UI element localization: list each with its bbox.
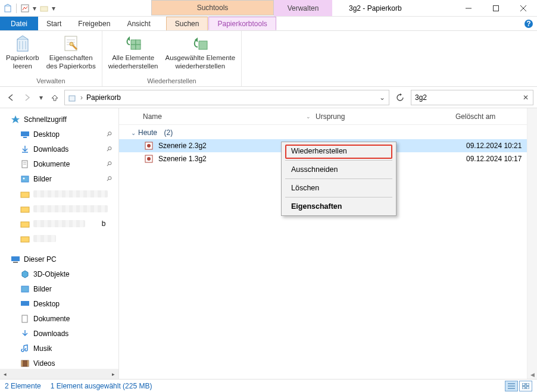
history-dropdown[interactable]: ▾ bbox=[37, 90, 45, 105]
new-folder-icon[interactable] bbox=[39, 3, 49, 14]
desktop-icon bbox=[20, 130, 30, 139]
nav-hidden-4[interactable] bbox=[0, 231, 118, 246]
ribbon-group-label-manage: Verwalten bbox=[0, 76, 102, 86]
view-thumbnails-button[interactable] bbox=[519, 381, 532, 391]
pin-icon: ⚲ bbox=[105, 130, 114, 139]
context-tab-search[interactable]: Suchtools bbox=[151, 0, 274, 15]
window-title: 3g2 - Papierkorb bbox=[332, 0, 455, 16]
3d-objects-icon bbox=[20, 269, 30, 279]
ribbon-group-label-restore: Wiederherstellen bbox=[102, 76, 241, 86]
restore-selected-button[interactable]: Ausgewählte Elementewiederherstellen bbox=[161, 33, 239, 72]
nav-3d-objects[interactable]: 3D-Objekte bbox=[0, 266, 118, 281]
tab-search[interactable]: Suchen bbox=[166, 17, 208, 30]
column-headers: Name⌄ Ursprung Gelöscht am bbox=[119, 108, 527, 125]
svg-rect-51 bbox=[522, 387, 525, 389]
svg-rect-30 bbox=[21, 207, 29, 212]
tab-view[interactable]: Ansicht bbox=[118, 17, 158, 30]
svg-rect-34 bbox=[13, 262, 18, 263]
svg-rect-33 bbox=[11, 256, 20, 261]
address-bar[interactable]: › Papierkorb ⌄ bbox=[64, 90, 389, 105]
nav-pictures-2[interactable]: Bilder bbox=[0, 281, 118, 296]
forward-button[interactable] bbox=[20, 90, 35, 105]
nav-hidden-1[interactable] bbox=[0, 186, 118, 201]
content-scrollbar[interactable]: ◀ bbox=[527, 108, 537, 379]
column-deleted[interactable]: Gelöscht am bbox=[455, 112, 527, 121]
qat-customize-dropdown[interactable]: ▾ bbox=[51, 4, 57, 13]
navpane-scrollbar[interactable]: ◂▸ bbox=[0, 369, 118, 379]
context-menu-cut[interactable]: Ausschneiden bbox=[283, 162, 395, 177]
context-menu-restore[interactable]: Wiederherstellen bbox=[283, 143, 395, 159]
group-header-today[interactable]: ⌄ Heute (2) bbox=[119, 125, 527, 139]
tab-file[interactable]: Datei bbox=[0, 17, 38, 30]
column-origin[interactable]: Ursprung bbox=[316, 112, 455, 121]
nav-hidden-2[interactable] bbox=[0, 201, 118, 216]
svg-rect-50 bbox=[526, 383, 529, 385]
videos-icon bbox=[20, 359, 30, 368]
svg-rect-21 bbox=[21, 131, 29, 136]
recycle-bin-properties-button[interactable]: Eigenschaftendes Papierkorbs bbox=[43, 33, 99, 72]
nav-downloads-2[interactable]: Downloads bbox=[0, 326, 118, 341]
nav-hidden-3[interactable]: b bbox=[0, 216, 118, 231]
nav-this-pc[interactable]: Dieser PC bbox=[0, 252, 118, 266]
maximize-button[interactable] bbox=[482, 0, 510, 16]
help-icon[interactable]: ? bbox=[520, 17, 537, 30]
address-dropdown[interactable]: ⌄ bbox=[377, 93, 388, 102]
downloads-icon bbox=[20, 145, 30, 154]
svg-rect-15 bbox=[131, 40, 136, 45]
clear-search-icon[interactable]: ✕ bbox=[519, 93, 533, 102]
properties-sheet-icon bbox=[61, 34, 80, 53]
view-details-button[interactable] bbox=[505, 381, 518, 391]
pictures-icon bbox=[20, 284, 30, 294]
nav-desktop[interactable]: Desktop⚲ bbox=[0, 127, 118, 142]
tab-start[interactable]: Start bbox=[38, 17, 70, 30]
svg-rect-31 bbox=[21, 222, 29, 227]
nav-downloads[interactable]: Downloads⚲ bbox=[0, 142, 118, 156]
chevron-down-icon: ⌄ bbox=[131, 130, 136, 136]
column-name[interactable]: Name⌄ bbox=[143, 112, 316, 121]
empty-recycle-bin-button[interactable]: Papierkorbleeren bbox=[2, 33, 43, 72]
search-box[interactable]: ✕ bbox=[411, 90, 533, 105]
scroll-left-icon[interactable]: ◀ bbox=[530, 371, 535, 379]
up-button[interactable] bbox=[48, 90, 62, 105]
nav-music[interactable]: Musik bbox=[0, 341, 118, 356]
svg-point-28 bbox=[23, 177, 25, 179]
tab-share[interactable]: Freigeben bbox=[70, 17, 118, 30]
context-menu-properties[interactable]: Eigenschaften bbox=[283, 199, 395, 214]
properties-icon[interactable] bbox=[20, 3, 30, 14]
restore-all-icon bbox=[124, 34, 143, 53]
svg-rect-37 bbox=[22, 315, 27, 322]
breadcrumb-location[interactable]: Papierkorb bbox=[85, 93, 121, 102]
ribbon: Papierkorbleeren Eigenschaftendes Papier… bbox=[0, 31, 537, 87]
empty-bin-icon bbox=[13, 34, 32, 53]
location-icon bbox=[66, 92, 78, 104]
documents-icon bbox=[20, 314, 30, 324]
close-button[interactable] bbox=[510, 0, 537, 16]
context-menu-delete[interactable]: Löschen bbox=[283, 180, 395, 196]
undo-dropdown[interactable]: ▾ bbox=[32, 4, 38, 13]
pin-icon: ⚲ bbox=[105, 145, 114, 153]
tab-recycle-tools[interactable]: Papierkorbtools bbox=[208, 17, 276, 30]
quick-access-toolbar: ▾ ▾ bbox=[0, 0, 59, 16]
breadcrumb-separator[interactable]: › bbox=[78, 93, 85, 102]
back-button[interactable] bbox=[4, 90, 18, 105]
svg-rect-52 bbox=[526, 387, 529, 389]
pc-icon bbox=[11, 255, 20, 264]
context-tab-manage[interactable]: Verwalten bbox=[274, 0, 332, 16]
pin-icon: ⚲ bbox=[105, 159, 114, 168]
ribbon-group-manage: Papierkorbleeren Eigenschaftendes Papier… bbox=[0, 31, 102, 86]
minimize-button[interactable] bbox=[455, 0, 482, 16]
refresh-button[interactable] bbox=[392, 90, 408, 105]
svg-rect-2 bbox=[40, 7, 48, 11]
svg-text:?: ? bbox=[526, 20, 530, 28]
recycle-bin-icon[interactable] bbox=[2, 3, 13, 14]
restore-all-button[interactable]: Alle Elementewiederherstellen bbox=[105, 33, 162, 72]
nav-documents[interactable]: Dokumente⚲ bbox=[0, 156, 118, 171]
svg-rect-16 bbox=[136, 40, 141, 45]
nav-documents-2[interactable]: Dokumente bbox=[0, 311, 118, 326]
svg-rect-18 bbox=[136, 45, 141, 49]
search-input[interactable] bbox=[411, 93, 519, 102]
nav-pictures[interactable]: Bilder⚲ bbox=[0, 171, 118, 186]
svg-point-14 bbox=[70, 42, 73, 46]
nav-desktop-2[interactable]: Desktop bbox=[0, 296, 118, 311]
nav-quick-access[interactable]: Schnellzugriff bbox=[0, 112, 118, 127]
